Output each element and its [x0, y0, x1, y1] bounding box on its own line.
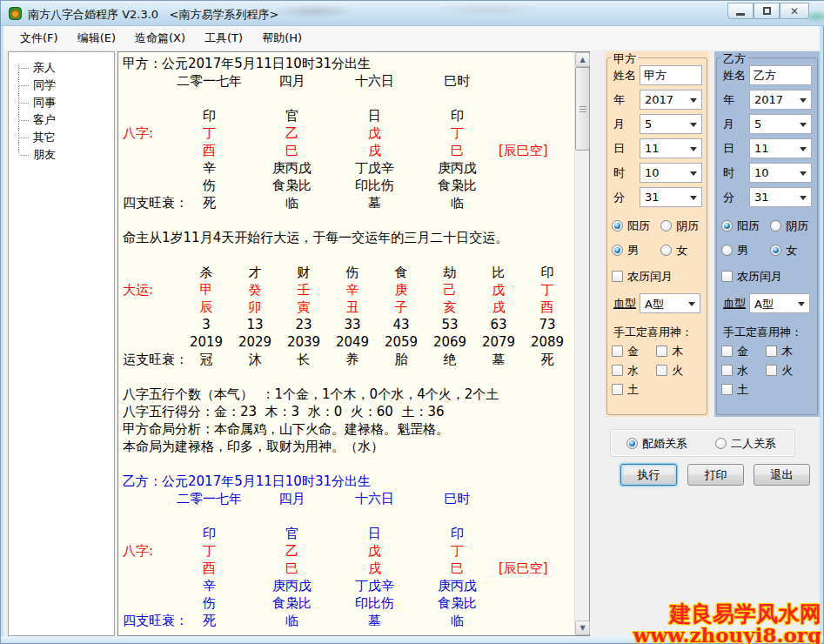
jia-lunar-radio[interactable]: [660, 220, 672, 231]
yi-element-metal-checkbox[interactable]: [721, 345, 733, 357]
yi-blood-select[interactable]: A型: [749, 293, 810, 313]
print-button[interactable]: 打印: [687, 464, 744, 486]
scroll-up-button[interactable]: ▲: [575, 52, 590, 67]
jia-blood-value: A型: [645, 297, 664, 312]
jia-year-select[interactable]: 2017: [640, 90, 702, 110]
yi-element-fire-label: 火: [781, 364, 793, 377]
yi-header: 乙方：公元2017年5月11日10时31分出生: [123, 473, 371, 490]
jia-element-fire-checkbox[interactable]: [656, 365, 667, 376]
window-title: 南方八字合婚程序 V2.3.0 <南方易学系列程序>: [28, 7, 278, 23]
dayun-god: 杀: [182, 264, 231, 281]
relation-marriage-label: 配婚关系: [642, 437, 687, 450]
titlebar[interactable]: 南方八字合婚程序 V2.3.0 <南方易学系列程序> ✕: [1, 1, 824, 26]
yi-minute-value: 31: [754, 191, 769, 204]
yi-hour-select[interactable]: 10: [749, 163, 812, 183]
chevron-down-icon: [688, 302, 695, 310]
jia-minute-select[interactable]: 31: [640, 187, 702, 207]
maximize-button[interactable]: [754, 3, 780, 19]
jia-month-select[interactable]: 5: [640, 114, 702, 134]
stem: 丁: [168, 124, 251, 142]
report-body: 甲方：公元2017年5月11日10时31分出生 二零一七年四月十六日巳时 印官日…: [118, 52, 574, 635]
jia-hidden-stems: 辛庚丙戊丁戊辛庚丙戊: [123, 159, 499, 177]
yi-year-select[interactable]: 2017: [749, 90, 812, 110]
dayun-stem: 辛: [328, 281, 377, 299]
jia-element-water-checkbox[interactable]: [612, 365, 623, 376]
yi-month-select[interactable]: 5: [749, 114, 812, 134]
jia-name-input[interactable]: [640, 65, 702, 85]
yi-female-radio[interactable]: [770, 245, 781, 256]
sidebar-item-others[interactable]: 其它: [16, 129, 114, 146]
jia-element-earth-checkbox[interactable]: [612, 384, 623, 395]
sidebar-item-colleagues[interactable]: 同事: [16, 94, 114, 111]
jia-hour-select[interactable]: 10: [640, 163, 702, 183]
sidebar-item-clients[interactable]: 客户: [16, 111, 114, 129]
jia-day-select[interactable]: 11: [640, 138, 702, 158]
scrollbar-thumb[interactable]: [575, 67, 590, 151]
tree-line: [18, 65, 19, 153]
menu-edit[interactable]: 编辑(E): [68, 27, 125, 50]
yi-element-wood-checkbox[interactable]: [766, 345, 777, 357]
jia-male-radio[interactable]: [612, 245, 623, 256]
ten-god: 日: [333, 525, 416, 542]
jia-female-radio[interactable]: [660, 245, 672, 256]
branch: 戌: [333, 560, 416, 577]
chevron-down-icon: [798, 302, 805, 310]
chevron-down-icon: [800, 196, 807, 204]
scroll-up-icon: ▲: [579, 56, 585, 64]
dayun-god: 食: [377, 264, 425, 281]
yunzhi-state: 沐: [231, 351, 279, 368]
menu-tools[interactable]: 工具(T): [195, 27, 252, 50]
dayun-branch: 辰: [182, 299, 231, 316]
jia-element-metal-checkbox[interactable]: [612, 345, 623, 357]
dayun-year: 2059: [377, 333, 425, 351]
yi-solar-label: 阳历: [737, 219, 760, 232]
jia-minute-value: 31: [645, 191, 660, 204]
hidden-god: 食枭比: [251, 177, 333, 194]
yi-day-select[interactable]: 11: [749, 138, 812, 158]
yi-element-water-checkbox[interactable]: [721, 365, 733, 376]
sidebar-item-classmates[interactable]: 同学: [16, 77, 114, 94]
jia-female-label: 女: [676, 244, 687, 257]
jia-element-wood-checkbox[interactable]: [656, 345, 667, 357]
ten-god: 官: [251, 525, 333, 542]
jia-blood-select[interactable]: A型: [640, 293, 700, 313]
sizhi-state: 墓: [333, 194, 416, 211]
run-button[interactable]: 执行: [620, 464, 677, 486]
jia-wuxing-score: 八字五行得分：金：23 木：3 水：0 火：60 土：36: [123, 403, 445, 420]
yi-name-input[interactable]: [749, 65, 812, 85]
yi-male-radio[interactable]: [721, 245, 733, 256]
dayun-stem: 壬: [279, 281, 328, 299]
close-button[interactable]: ✕: [780, 3, 809, 19]
stem: 戊: [333, 124, 416, 142]
jia-sizhi: 四支旺衰： 死临墓临: [123, 194, 499, 211]
vertical-scrollbar[interactable]: ▲ ▼: [574, 52, 589, 635]
report-textarea[interactable]: 甲方：公元2017年5月11日10时31分出生 二零一七年四月十六日巳时 印官日…: [117, 51, 590, 636]
menu-file[interactable]: 文件(F): [10, 27, 68, 50]
window-title-sub: <南方易学系列程序>: [170, 8, 279, 21]
minimize-icon: [736, 13, 745, 16]
yi-solar-radio[interactable]: [721, 220, 733, 231]
maximize-icon: [763, 7, 771, 15]
yi-element-fire-checkbox[interactable]: [766, 365, 777, 376]
scroll-down-button[interactable]: ▼: [575, 621, 590, 635]
sizhi-state: 临: [251, 612, 333, 629]
menu-help[interactable]: 帮助(H): [252, 27, 312, 50]
relation-marriage-radio[interactable]: [626, 438, 638, 449]
menu-zaoming[interactable]: 造命篇(X): [125, 27, 195, 50]
jia-solar-radio[interactable]: [612, 220, 623, 231]
jia-leap-checkbox[interactable]: [612, 271, 623, 282]
relation-two-radio[interactable]: [715, 438, 727, 449]
jia-analysis-2: 本命局为建禄格，印多，取财为用神。（水）: [123, 438, 384, 455]
hidden-god: 食枭比: [416, 594, 499, 612]
exit-button[interactable]: 退出: [754, 464, 810, 486]
sidebar-item-friends[interactable]: 朋友: [16, 146, 114, 164]
sidebar-item-relatives[interactable]: 亲人: [16, 59, 114, 77]
yi-element-earth-checkbox[interactable]: [721, 384, 733, 395]
yi-minute-select[interactable]: 31: [749, 187, 812, 207]
yi-lunar-radio[interactable]: [770, 220, 781, 231]
yi-ten-gods: 印官日印: [123, 525, 499, 542]
yi-leap-checkbox[interactable]: [721, 271, 733, 282]
bazi-label: 八字:: [123, 124, 168, 142]
minimize-button[interactable]: [727, 3, 754, 19]
yunzhi-state: 绝: [425, 351, 474, 368]
